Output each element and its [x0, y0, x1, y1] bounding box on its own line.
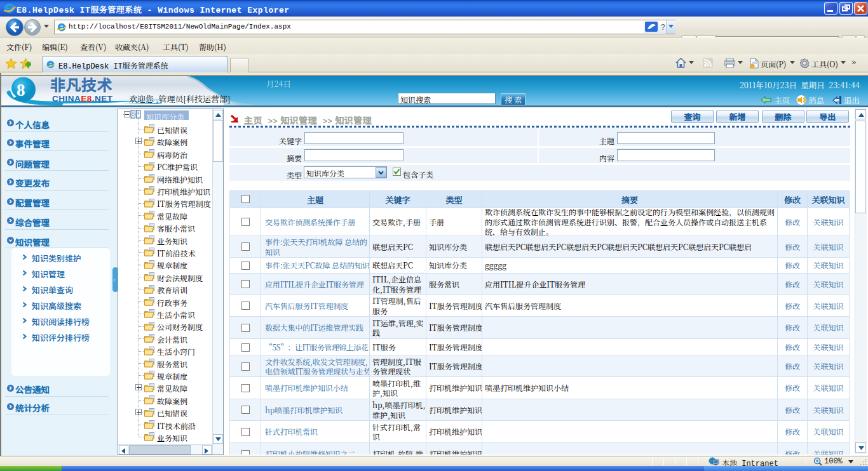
svg-text:?: ? [661, 21, 665, 32]
svg-text:8: 8 [17, 81, 25, 100]
